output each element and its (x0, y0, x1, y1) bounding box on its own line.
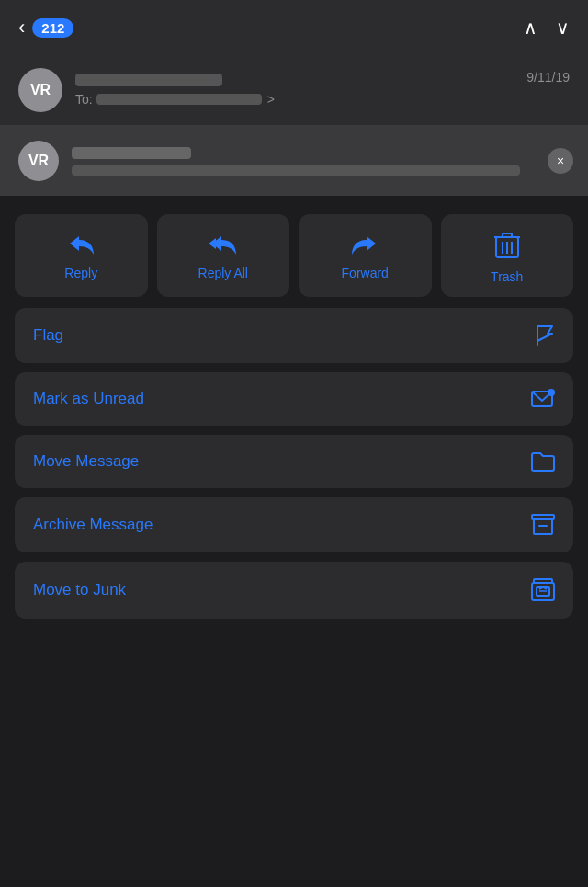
archive-icon (531, 514, 555, 536)
forward-button[interactable]: Forward (299, 214, 432, 297)
close-button[interactable]: × (548, 148, 573, 174)
flag-button[interactable]: Flag (15, 308, 573, 363)
close-icon: × (557, 154, 564, 168)
move-to-junk-label: Move to Junk (33, 581, 126, 599)
preview-content (72, 147, 570, 176)
flag-icon (535, 324, 555, 347)
back-button[interactable]: ‹ 212 (18, 17, 74, 38)
reply-all-label: Reply All (198, 266, 248, 280)
nav-up-icon[interactable]: ∧ (524, 17, 537, 39)
flag-label: Flag (33, 326, 63, 345)
reply-label: Reply (64, 266, 97, 280)
action-buttons-grid: Reply Reply All Forward (15, 214, 573, 297)
preview-avatar: VR (18, 141, 59, 181)
trash-icon (494, 231, 520, 260)
reply-all-button[interactable]: Reply All (157, 214, 290, 297)
action-list: Flag Mark as Unread Move Message (15, 308, 573, 619)
reply-all-icon (207, 231, 240, 256)
forward-icon (350, 231, 379, 256)
email-header: VR To: > 9/11/19 (0, 55, 588, 126)
to-row: To: > (75, 92, 514, 107)
move-message-button[interactable]: Move Message (15, 435, 573, 488)
mark-unread-label: Mark as Unread (33, 390, 144, 408)
email-date: 9/11/19 (526, 68, 570, 85)
svg-point-7 (548, 389, 555, 396)
move-to-junk-button[interactable]: Move to Junk (15, 562, 573, 619)
archive-message-label: Archive Message (33, 516, 153, 534)
back-chevron-icon: ‹ (18, 17, 25, 38)
mail-count-badge: 212 (32, 18, 74, 38)
trash-button[interactable]: Trash (441, 214, 574, 297)
to-label: To: (75, 92, 93, 107)
junk-icon (531, 578, 555, 602)
folder-icon (531, 451, 555, 472)
archive-message-button[interactable]: Archive Message (15, 497, 573, 552)
move-message-label: Move Message (33, 452, 139, 471)
message-preview-panel: VR × (0, 126, 588, 196)
preview-body-blurred (72, 165, 520, 176)
reply-icon (66, 231, 96, 256)
top-navigation-bar: ‹ 212 ∧ ∨ (0, 0, 588, 55)
reply-button[interactable]: Reply (15, 214, 148, 297)
email-info: To: > (75, 74, 514, 107)
forward-label: Forward (342, 266, 389, 280)
to-chevron-icon: > (267, 92, 275, 107)
preview-sender-blurred (72, 147, 191, 159)
svg-rect-12 (534, 579, 552, 583)
mark-unread-button[interactable]: Mark as Unread (15, 372, 573, 426)
sender-avatar: VR (18, 68, 62, 112)
sender-name-blurred (75, 74, 222, 86)
mark-unread-icon (531, 389, 555, 409)
to-address-blurred (96, 94, 262, 105)
trash-label: Trash (491, 269, 523, 284)
actions-area: Reply Reply All Forward (0, 196, 588, 637)
nav-down-icon[interactable]: ∨ (556, 17, 570, 39)
navigation-arrows: ∧ ∨ (524, 17, 570, 39)
